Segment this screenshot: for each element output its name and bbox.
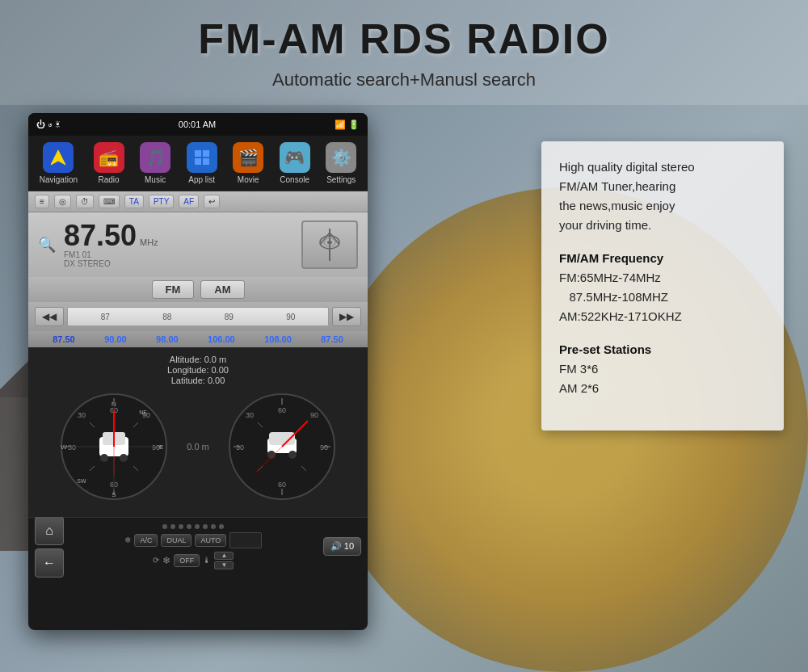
applist-icon-box [187, 142, 217, 173]
frequency-label: DX STEREO [64, 259, 293, 268]
toolbar-ta-button[interactable]: TA [124, 195, 144, 208]
toolbar-keyboard-button[interactable]: ⌨ [99, 195, 120, 208]
radio-icon: 📻 [99, 148, 119, 167]
dot-6 [203, 524, 208, 529]
bottom-controls: ⌂ ← ❄ A/C DUAL AUTO ⟳ [28, 517, 368, 575]
next-station-button[interactable]: ▶▶ [332, 307, 361, 326]
prev-station-button[interactable]: ◀◀ [35, 307, 64, 326]
freq-mark-87: 87 [101, 313, 110, 321]
sidebar-item-movie[interactable]: 🎬 Movie [233, 142, 263, 184]
distance-label: 0.0 m [187, 390, 209, 503]
settings-icon: ⚙️ [331, 148, 351, 167]
movie-icon-box: 🎬 [233, 142, 263, 173]
toolbar-preset-button[interactable]: ◎ [54, 195, 71, 208]
toolbar-back-button[interactable]: ↩ [204, 195, 220, 208]
sidebar-item-console[interactable]: 🎮 Console [280, 142, 310, 184]
radio-icon-box: 📻 [94, 142, 124, 173]
toolbar-timer-button[interactable]: ⏱ [76, 195, 94, 208]
page-title: FM-AM RDS RADIO [198, 15, 610, 63]
am-button[interactable]: AM [200, 280, 244, 299]
svg-text:30: 30 [68, 443, 76, 452]
dot-7 [211, 524, 216, 529]
preset-1[interactable]: 87.50 [53, 334, 75, 344]
fan-icon: ⟳ [153, 556, 159, 565]
right-gauge: 60 60 30 90 30 90 [225, 390, 339, 503]
svg-text:90: 90 [310, 411, 318, 419]
sidebar-item-music[interactable]: 🎵 Music [140, 142, 170, 184]
svg-text:30: 30 [236, 443, 244, 452]
svg-text:SW: SW [78, 478, 87, 484]
preset-2[interactable]: 90.00 [104, 334, 127, 344]
freq-mark-89: 89 [225, 313, 234, 321]
temp-down-button[interactable]: ▼ [214, 561, 234, 569]
radio-panel: ≡ ◎ ⏱ ⌨ TA PTY AF ↩ 🔍 87.50 MHz FM1 01 D… [28, 191, 368, 347]
ac-button[interactable]: A/C [134, 534, 158, 547]
svg-text:30: 30 [246, 411, 254, 419]
frequency-display: 87.50 MHz FM1 01 DX STEREO [64, 221, 293, 268]
svg-text:E: E [159, 443, 163, 451]
gps-altitude: Altitude: 0.0 m [36, 355, 360, 364]
dot-2 [170, 524, 175, 529]
volume-button[interactable]: 🔊 10 [323, 537, 361, 556]
svg-point-33 [100, 454, 108, 462]
gps-panel: Altitude: 0.0 m Longitude: 0.00 Latitude… [28, 347, 368, 517]
heat-icon: 🌡 [203, 556, 211, 565]
band-buttons: FM AM [28, 277, 368, 302]
off-button[interactable]: OFF [174, 554, 200, 567]
info-text-2: FM:65MHz-74MHz 87.5MHz-108MHZAM:522KHz-1… [559, 268, 766, 326]
movie-label: Movie [238, 175, 259, 184]
status-right-icons: 📶 🔋 [335, 120, 360, 130]
gps-latitude: Latitude: 0.00 [36, 376, 360, 385]
svg-text:30: 30 [78, 411, 86, 419]
preset-6[interactable]: 87.50 [321, 334, 343, 344]
dot-1 [162, 524, 167, 529]
svg-point-10 [327, 241, 332, 244]
home-button[interactable]: ⌂ [35, 516, 64, 545]
auto-button[interactable]: AUTO [195, 534, 226, 547]
console-label: Console [280, 175, 309, 184]
svg-rect-4 [203, 158, 209, 165]
svg-point-60 [288, 451, 297, 459]
info-title-3: Pre-set Stations [559, 342, 766, 356]
page-header: FM-AM RDS RADIO Automatic search+Manusl … [0, 0, 808, 105]
navigation-icon [43, 142, 74, 173]
navigation-label: Navigation [40, 175, 78, 184]
settings-icon-box: ⚙️ [326, 142, 356, 173]
svg-text:S: S [112, 491, 116, 498]
page-subtitle: Automatic search+Manusl search [272, 69, 536, 90]
preset-3[interactable]: 98.00 [156, 334, 179, 344]
svg-rect-1 [195, 150, 201, 157]
status-bar: ⏻ ↺ ☀ 00:01 AM 📶 🔋 [28, 113, 368, 136]
sidebar-item-radio[interactable]: 📻 Radio [94, 142, 124, 184]
preset-4[interactable]: 106.00 [208, 334, 235, 344]
fm-button[interactable]: FM [152, 280, 195, 299]
toolbar-eq-button[interactable]: ≡ [35, 195, 49, 208]
toolbar-pty-button[interactable]: PTY [149, 195, 174, 208]
frequency-slider: ◀◀ 87 88 89 90 ▶▶ [28, 302, 368, 331]
frequency-bar: 87 88 89 90 [67, 307, 329, 326]
temp-up-button[interactable]: ▲ [214, 552, 234, 560]
toolbar-af-button[interactable]: AF [179, 195, 199, 208]
sidebar-item-applist[interactable]: App list [187, 142, 217, 184]
svg-text:60: 60 [278, 406, 286, 414]
sidebar-item-navigation[interactable]: Navigation [40, 142, 78, 184]
frequency-value: 87.50 [64, 221, 137, 250]
control-dots [162, 524, 224, 529]
device-panel: ⏻ ↺ ☀ 00:01 AM 📶 🔋 Navigation 📻 Radio 🎵 … [28, 113, 368, 630]
sidebar-item-settings[interactable]: ⚙️ Settings [326, 142, 356, 184]
svg-rect-3 [195, 158, 201, 165]
settings-label: Settings [326, 175, 356, 184]
svg-text:NE: NE [139, 410, 147, 415]
preset-5[interactable]: 108.00 [264, 334, 292, 344]
ac-controls-row2: ⟳ ❄ OFF 🌡 ▲ ▼ [153, 552, 234, 569]
ac-icon: ❄ [124, 536, 131, 544]
radio-main-display: 🔍 87.50 MHz FM1 01 DX STEREO [28, 212, 368, 277]
radio-label: Radio [98, 175, 119, 184]
info-section-1: High quality digital stereoFM/AM Tuner,h… [559, 158, 766, 235]
info-section-2: FM/AM Frequency FM:65MHz-74MHz 87.5MHz-1… [559, 251, 766, 326]
console-icon-box: 🎮 [280, 142, 310, 173]
dual-button[interactable]: DUAL [161, 534, 191, 547]
gauges-row: 60 60 30 90 30 90 N E S W NE SW [36, 390, 360, 503]
back-button[interactable]: ← [35, 548, 64, 578]
antenna-icon [301, 220, 358, 269]
